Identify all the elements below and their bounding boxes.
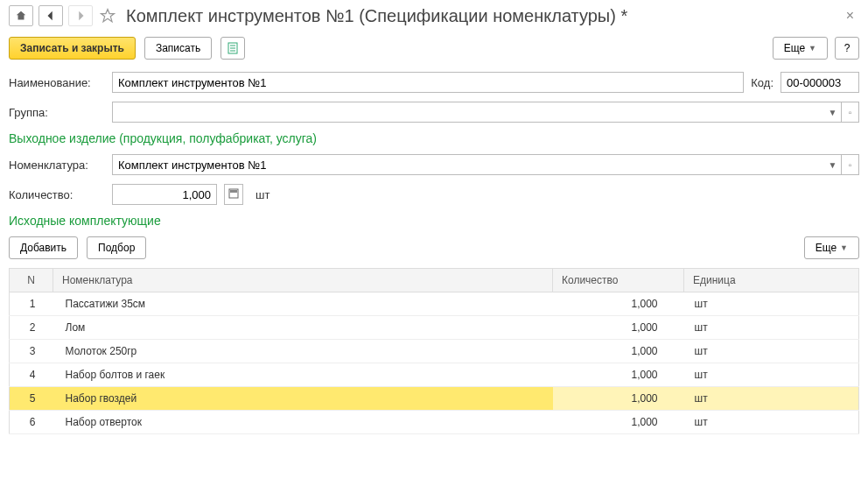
cell-nomenclature: Набор отверток — [53, 411, 553, 434]
report-button[interactable] — [220, 37, 245, 60]
col-quantity[interactable]: Количество — [553, 269, 684, 292]
close-button[interactable]: × — [841, 6, 859, 25]
components-section-title: Исходные комплектующие — [9, 214, 859, 228]
cell-quantity: 1,000 — [553, 316, 684, 340]
table-row[interactable]: 6Набор отверток1,000шт — [10, 411, 859, 434]
quantity-input[interactable] — [112, 184, 217, 205]
page-title: Комплект инструментов №1 (Спецификации н… — [126, 6, 627, 26]
table-more-button[interactable]: Еще▼ — [804, 236, 859, 259]
chevron-down-icon: ▼ — [840, 243, 848, 252]
group-label: Группа: — [9, 106, 105, 119]
cell-n: 3 — [10, 340, 53, 363]
svg-rect-5 — [230, 190, 237, 193]
favorite-icon[interactable] — [98, 6, 117, 25]
cell-nomenclature: Лом — [53, 316, 553, 340]
forward-button[interactable] — [68, 5, 93, 26]
help-button[interactable]: ? — [835, 37, 859, 60]
cell-unit: шт — [684, 387, 859, 411]
table-more-label: Еще — [816, 242, 836, 254]
cell-n: 1 — [10, 292, 53, 316]
nomenclature-input[interactable] — [112, 154, 824, 175]
cell-quantity: 1,000 — [553, 292, 684, 316]
code-input[interactable] — [780, 72, 859, 93]
cell-nomenclature: Молоток 250гр — [53, 340, 553, 363]
cell-unit: шт — [684, 340, 859, 363]
cell-nomenclature: Набор гвоздей — [53, 387, 553, 411]
more-button[interactable]: Еще▼ — [773, 37, 828, 60]
cell-n: 4 — [10, 363, 53, 387]
group-dropdown-button[interactable]: ▼ — [824, 102, 842, 123]
cell-nomenclature: Пассатижи 35см — [53, 292, 553, 316]
nomenclature-label: Номенклатура: — [9, 158, 105, 172]
col-n[interactable]: N — [10, 269, 53, 292]
name-label: Наименование: — [9, 76, 105, 89]
cell-n: 6 — [10, 411, 53, 434]
table-row[interactable]: 3Молоток 250гр1,000шт — [10, 340, 859, 363]
calculator-button[interactable] — [224, 184, 243, 205]
more-label: Еще — [784, 42, 805, 54]
nomenclature-open-button[interactable]: ▫ — [842, 154, 859, 175]
back-button[interactable] — [38, 5, 63, 26]
cell-quantity: 1,000 — [553, 411, 684, 434]
cell-unit: шт — [684, 363, 859, 387]
name-input[interactable] — [112, 72, 744, 93]
col-nomenclature[interactable]: Номенклатура — [53, 269, 553, 292]
nomenclature-dropdown-button[interactable]: ▼ — [824, 154, 842, 175]
pick-button[interactable]: Подбор — [87, 236, 146, 259]
add-button[interactable]: Добавить — [9, 236, 78, 259]
code-label: Код: — [751, 76, 774, 89]
cell-quantity: 1,000 — [553, 363, 684, 387]
save-button[interactable]: Записать — [144, 37, 212, 60]
group-input[interactable] — [112, 102, 824, 123]
chevron-down-icon: ▼ — [808, 44, 816, 53]
table-row[interactable]: 2Лом1,000шт — [10, 316, 859, 340]
cell-unit: шт — [684, 411, 859, 434]
cell-unit: шт — [684, 292, 859, 316]
quantity-label: Количество: — [9, 188, 105, 201]
group-open-button[interactable]: ▫ — [842, 102, 859, 123]
cell-nomenclature: Набор болтов и гаек — [53, 363, 553, 387]
components-table: N Номенклатура Количество Единица 1Пасса… — [9, 268, 859, 434]
quantity-unit: шт — [256, 188, 270, 201]
table-row[interactable]: 1Пассатижи 35см1,000шт — [10, 292, 859, 316]
cell-quantity: 1,000 — [553, 340, 684, 363]
cell-quantity: 1,000 — [553, 387, 684, 411]
output-section-title: Выходное изделие (продукция, полуфабрика… — [9, 131, 859, 145]
cell-n: 5 — [10, 387, 53, 411]
col-unit[interactable]: Единица — [684, 269, 859, 292]
table-row[interactable]: 5Набор гвоздей1,000шт — [10, 387, 859, 411]
table-row[interactable]: 4Набор болтов и гаек1,000шт — [10, 363, 859, 387]
save-close-button[interactable]: Записать и закрыть — [9, 37, 136, 60]
cell-unit: шт — [684, 316, 859, 340]
home-button[interactable] — [9, 5, 33, 26]
cell-n: 2 — [10, 316, 53, 340]
